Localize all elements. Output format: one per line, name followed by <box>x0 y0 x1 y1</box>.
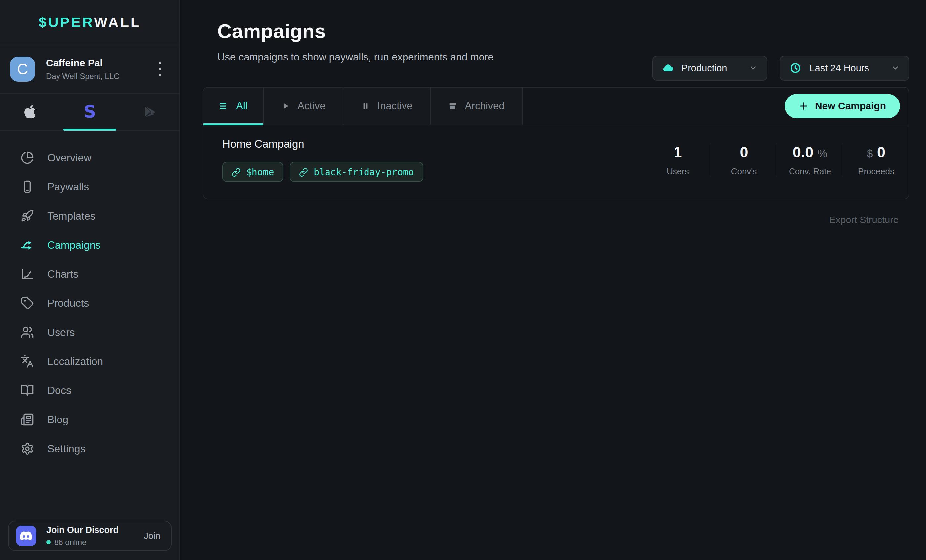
account-menu-kebab-icon[interactable] <box>155 59 164 80</box>
placement-tag[interactable]: black-friday-promo <box>290 162 423 182</box>
discord-online-count: 86 online <box>54 538 86 547</box>
smartphone-icon <box>21 180 34 194</box>
link-icon <box>299 168 308 177</box>
time-range-value: Last 24 Hours <box>809 63 869 74</box>
tag-icon <box>21 297 34 310</box>
sidebar-item-docs[interactable]: Docs <box>0 376 179 405</box>
sidebar-item-overview[interactable]: Overview <box>0 143 179 172</box>
platform-tab-ios[interactable] <box>0 94 60 130</box>
campaign-name: Home Campaign <box>222 138 423 150</box>
stat-conversions: 0 Conv's <box>711 144 777 177</box>
discord-texts: Join Our Discord 86 online <box>46 525 119 547</box>
superwall-s-icon: S <box>83 102 96 122</box>
sidebar-item-templates[interactable]: Templates <box>0 201 179 230</box>
book-open-icon <box>21 384 34 397</box>
sidebar: $UPERWALL C Caffeine Pal Day Well Spent,… <box>0 0 180 560</box>
tab-inactive[interactable]: Inactive <box>343 88 431 125</box>
sidebar-item-label: Settings <box>47 443 86 455</box>
chevron-down-icon <box>891 64 900 73</box>
stat-value: 0 <box>740 144 748 160</box>
sidebar-item-label: Overview <box>47 152 91 164</box>
plus-icon <box>799 101 809 111</box>
cloud-icon <box>662 62 673 74</box>
time-range-dropdown[interactable]: Last 24 Hours <box>779 56 909 81</box>
tab-all[interactable]: All <box>203 88 264 125</box>
tab-label: Inactive <box>377 100 413 112</box>
tab-archived[interactable]: Archived <box>431 88 523 125</box>
sidebar-item-label: Blog <box>47 413 68 426</box>
account-texts: Caffeine Pal Day Well Spent, LLC <box>46 58 119 81</box>
campaigns-panel: All Active Inactive Archived <box>203 87 909 199</box>
campaign-stats: 1 Users 0 Conv's 0.0 % Conv. Rate $ 0 Pr… <box>645 144 909 177</box>
stat-label: Conv's <box>711 166 777 177</box>
chevron-down-icon <box>749 64 758 73</box>
tab-active[interactable]: Active <box>264 88 343 125</box>
account-name: Caffeine Pal <box>46 58 119 69</box>
sidebar-item-label: Paywalls <box>47 181 89 193</box>
tab-label: Active <box>297 100 325 112</box>
environment-value: Production <box>681 63 727 74</box>
stat-suffix: % <box>818 147 827 160</box>
sidebar-item-products[interactable]: Products <box>0 289 179 318</box>
stat-label: Conv. Rate <box>777 166 843 177</box>
newspaper-icon <box>21 413 34 426</box>
translate-icon <box>21 355 34 368</box>
platform-tab-superwall[interactable]: S <box>60 94 120 130</box>
environment-dropdown[interactable]: Production <box>652 56 768 81</box>
sidebar-item-label: Products <box>47 297 89 309</box>
superwall-logo: $UPERWALL <box>39 14 141 30</box>
logo-row: $UPERWALL <box>0 0 179 45</box>
sidebar-item-label: Docs <box>47 384 71 397</box>
stat-proceeds: $ 0 Proceeds <box>843 144 909 177</box>
campaign-tags: $home black-friday-promo <box>222 162 423 182</box>
campaign-tabs: All Active Inactive Archived <box>203 88 909 125</box>
google-play-icon <box>143 104 156 119</box>
discord-icon <box>16 526 36 546</box>
sidebar-item-localization[interactable]: Localization <box>0 347 179 376</box>
users-icon <box>21 325 34 339</box>
pause-icon <box>361 101 370 111</box>
list-icon <box>219 101 229 111</box>
stat-label: Users <box>645 166 711 177</box>
platform-switcher: S <box>0 94 179 130</box>
account-org: Day Well Spent, LLC <box>46 72 119 81</box>
export-structure-link[interactable]: Export Structure <box>829 215 899 225</box>
sidebar-item-charts[interactable]: Charts <box>0 259 179 289</box>
placement-tag[interactable]: $home <box>222 162 283 182</box>
discord-join-button[interactable]: Join <box>144 531 160 541</box>
filter-row: Production Last 24 Hours <box>652 56 909 81</box>
apple-icon <box>24 104 36 120</box>
play-icon <box>281 101 290 111</box>
platform-tab-android[interactable] <box>120 94 179 130</box>
discord-card[interactable]: Join Our Discord 86 online Join <box>8 521 171 551</box>
avatar: C <box>10 56 35 82</box>
sidebar-nav: Overview Paywalls Templates Campaigns Ch… <box>0 130 179 463</box>
sidebar-item-users[interactable]: Users <box>0 318 179 347</box>
stat-value: 0 <box>877 144 885 160</box>
campaign-row[interactable]: Home Campaign $home black-friday-promo <box>203 125 909 199</box>
sidebar-item-settings[interactable]: Settings <box>0 434 179 463</box>
placement-tag-label: $home <box>246 166 274 177</box>
account-switcher[interactable]: C Caffeine Pal Day Well Spent, LLC <box>0 45 179 94</box>
new-campaign-button[interactable]: New Campaign <box>785 94 900 118</box>
active-platform-underline <box>64 129 117 130</box>
line-chart-icon <box>21 268 34 281</box>
tab-label: Archived <box>465 100 505 112</box>
export-row: Export Structure <box>203 215 899 226</box>
tab-label: All <box>236 100 247 112</box>
placement-tag-label: black-friday-promo <box>314 166 414 177</box>
sidebar-item-label: Templates <box>47 210 95 222</box>
sidebar-item-paywalls[interactable]: Paywalls <box>0 172 179 201</box>
discord-status: 86 online <box>46 538 119 547</box>
stat-users: 1 Users <box>645 144 711 177</box>
sidebar-item-blog[interactable]: Blog <box>0 405 179 434</box>
stat-label: Proceeds <box>843 166 909 177</box>
sidebar-item-campaigns[interactable]: Campaigns <box>0 230 179 259</box>
online-dot-icon <box>46 540 51 545</box>
gear-icon <box>21 442 34 455</box>
page-title: Campaigns <box>218 20 909 42</box>
sidebar-item-label: Localization <box>47 356 103 368</box>
link-icon <box>232 168 241 177</box>
pie-chart-icon <box>21 151 34 164</box>
campaign-info: Home Campaign $home black-friday-promo <box>222 138 423 182</box>
